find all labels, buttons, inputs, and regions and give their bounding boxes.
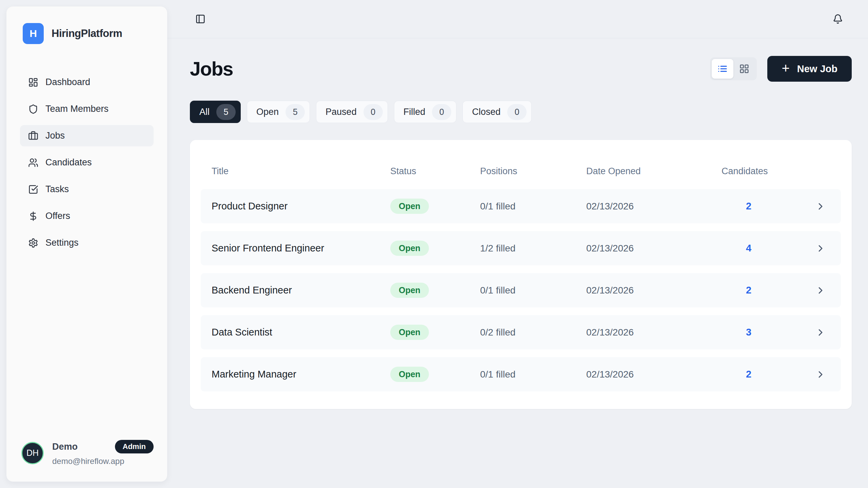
sidebar-item-label: Tasks (45, 184, 69, 195)
filter-tab-open[interactable]: Open5 (247, 101, 310, 123)
job-positions: 0/1 filled (480, 201, 586, 212)
shield-icon (28, 104, 38, 114)
column-header-candidates: Candidates (722, 166, 776, 177)
job-title: Senior Frontend Engineer (212, 243, 390, 254)
table-row[interactable]: Backend EngineerOpen0/1 filled02/13/2026… (201, 273, 841, 307)
list-view-button[interactable] (712, 59, 733, 79)
user-name: Demo (52, 442, 78, 452)
table-body: Product DesignerOpen0/1 filled02/13/2026… (201, 189, 841, 391)
filter-tab-paused[interactable]: Paused0 (316, 101, 388, 123)
user-email: demo@hireflow.app (52, 456, 154, 466)
notifications-button[interactable] (831, 13, 844, 25)
job-positions: 0/1 filled (480, 369, 586, 380)
filter-tab-label: All (199, 107, 210, 117)
job-title: Product Designer (212, 201, 390, 212)
new-job-button[interactable]: + New Job (767, 56, 852, 82)
table-row[interactable]: Data ScientistOpen0/2 filled02/13/20263 (201, 315, 841, 349)
role-badge: Admin (115, 440, 154, 453)
table-row[interactable]: Marketing ManagerOpen0/1 filled02/13/202… (201, 357, 841, 391)
sidebar: H HiringPlatform DashboardTeam MembersJo… (6, 6, 167, 482)
sidebar-item-label: Candidates (45, 157, 92, 168)
row-open-button[interactable] (776, 243, 830, 254)
task-check-icon (28, 184, 38, 195)
row-open-button[interactable] (776, 285, 830, 296)
column-header-positions: Positions (480, 166, 586, 177)
sidebar-item-label: Dashboard (45, 77, 90, 87)
status-filter-tabs: All5Open5Paused0Filled0Closed0 (190, 101, 852, 123)
filter-tab-label: Closed (472, 107, 500, 117)
avatar: DH (21, 442, 44, 464)
job-candidates-link[interactable]: 2 (722, 369, 776, 380)
row-open-button[interactable] (776, 369, 830, 380)
avatar-initials: DH (26, 448, 39, 458)
sidebar-item-candidates[interactable]: Candidates (20, 152, 154, 173)
dollar-icon (28, 211, 38, 221)
user-area[interactable]: DH Demo Admin demo@hireflow.app (6, 440, 167, 482)
status-badge: Open (390, 325, 429, 340)
filter-tab-filled[interactable]: Filled0 (394, 101, 457, 123)
filter-tab-label: Open (256, 107, 279, 117)
filter-tab-count: 5 (285, 104, 305, 120)
job-title: Backend Engineer (212, 285, 390, 296)
job-date-opened: 02/13/2026 (586, 369, 722, 380)
chevron-right-icon (815, 243, 826, 254)
chevron-right-icon (815, 369, 826, 380)
filter-tab-count: 5 (216, 104, 236, 120)
chevron-right-icon (815, 327, 826, 338)
filter-tab-count: 0 (432, 104, 451, 120)
app-title: HiringPlatform (52, 27, 122, 40)
grid-icon (739, 64, 749, 74)
job-positions: 0/1 filled (480, 285, 586, 296)
job-date-opened: 02/13/2026 (586, 201, 722, 212)
job-candidates-link[interactable]: 2 (722, 285, 776, 296)
view-toggle (710, 57, 757, 80)
job-candidates-link[interactable]: 2 (722, 201, 776, 212)
sidebar-item-label: Settings (45, 238, 79, 248)
table-row[interactable]: Senior Frontend EngineerOpen1/2 filled02… (201, 231, 841, 265)
plus-icon: + (782, 61, 789, 75)
filter-tab-count: 0 (363, 104, 383, 120)
job-title: Data Scientist (212, 327, 390, 338)
grid-view-button[interactable] (733, 59, 755, 79)
user-info: Demo Admin demo@hireflow.app (52, 440, 154, 466)
content: Jobs + New Job All5Open5Paused0Filled0Cl… (167, 38, 868, 409)
status-badge: Open (390, 199, 429, 214)
topbar (167, 0, 868, 38)
sidebar-item-dashboard[interactable]: Dashboard (20, 72, 154, 93)
app-brand: H HiringPlatform (6, 6, 167, 72)
job-status-cell: Open (390, 199, 480, 214)
sidebar-item-team-members[interactable]: Team Members (20, 98, 154, 120)
sidebar-nav: DashboardTeam MembersJobsCandidatesTasks… (6, 72, 167, 440)
chevron-right-icon (815, 201, 826, 212)
job-candidates-link[interactable]: 4 (722, 243, 776, 254)
sidebar-item-offers[interactable]: Offers (20, 205, 154, 227)
job-status-cell: Open (390, 325, 480, 340)
sidebar-item-tasks[interactable]: Tasks (20, 179, 154, 200)
job-candidates-link[interactable]: 3 (722, 327, 776, 338)
users-icon (28, 158, 38, 168)
job-title: Marketing Manager (212, 369, 390, 380)
row-open-button[interactable] (776, 327, 830, 338)
column-header-date: Date Opened (586, 166, 722, 177)
status-badge: Open (390, 367, 429, 382)
panel-left-icon (195, 14, 205, 24)
table-row[interactable]: Product DesignerOpen0/1 filled02/13/2026… (201, 189, 841, 223)
job-status-cell: Open (390, 283, 480, 298)
sidebar-item-settings[interactable]: Settings (20, 232, 154, 253)
job-date-opened: 02/13/2026 (586, 285, 722, 296)
chevron-right-icon (815, 285, 826, 296)
sidebar-item-jobs[interactable]: Jobs (20, 125, 154, 146)
sidebar-item-label: Jobs (45, 130, 65, 141)
filter-tab-closed[interactable]: Closed0 (462, 101, 532, 123)
briefcase-icon (28, 131, 38, 141)
new-job-label: New Job (797, 63, 837, 75)
status-badge: Open (390, 241, 429, 256)
filter-tab-all[interactable]: All5 (190, 101, 241, 123)
job-status-cell: Open (390, 241, 480, 256)
page-title: Jobs (190, 58, 233, 80)
row-open-button[interactable] (776, 201, 830, 212)
app-logo-letter: H (29, 28, 37, 39)
sidebar-toggle-button[interactable] (194, 13, 207, 25)
main-area: Jobs + New Job All5Open5Paused0Filled0Cl… (167, 0, 868, 488)
gear-icon (28, 238, 38, 248)
